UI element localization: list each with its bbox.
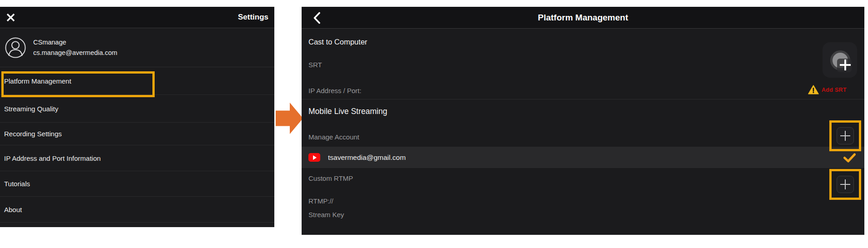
menu-item-label: Tutorials [4, 180, 30, 188]
mobile-live-streaming-header: Mobile Live Streaming [308, 107, 387, 116]
menu-item-label: IP Address and Port Information [4, 154, 101, 162]
cast-to-computer-header: Cast to Computer [308, 38, 367, 46]
section-divider [302, 99, 864, 99]
menu-item-label: About [4, 206, 22, 213]
add-custom-rtmp-button[interactable] [837, 176, 854, 193]
settings-header: Settings [0, 7, 274, 28]
add-srt-button[interactable]: Add SRT [808, 85, 847, 94]
platform-management-screen: Platform Management Cast to Computer SRT… [302, 7, 864, 235]
settings-screen: Settings CSmanage cs.manage@avermedia.co… [0, 7, 274, 227]
menu-item-streaming-quality[interactable]: Streaming Quality [0, 95, 274, 123]
arrow-right-icon [276, 103, 303, 134]
platform-management-header: Platform Management [302, 7, 864, 29]
srt-label: SRT [308, 61, 322, 69]
ip-address-port-label: IP Address / Port: [308, 87, 361, 94]
youtube-account-email: tsavermedia@gmail.com [328, 154, 406, 162]
camera-plus-icon [840, 60, 851, 70]
settings-title: Settings [238, 13, 268, 22]
youtube-account-row[interactable]: tsavermedia@gmail.com [302, 147, 864, 168]
account-row[interactable]: CSmanage cs.manage@avermedia.com [0, 28, 274, 67]
menu-item-about[interactable]: About [0, 197, 274, 223]
check-icon [843, 153, 856, 163]
menu-item-label: Platform Management [4, 77, 71, 85]
custom-rtmp-label: Custom RTMP [308, 174, 353, 182]
menu-item-label: Streaming Quality [4, 105, 58, 113]
highlight-box-add-rtmp [829, 169, 861, 200]
cast-camera-add-button[interactable] [823, 42, 857, 78]
close-icon[interactable] [6, 13, 15, 22]
menu-item-ip-address-port[interactable]: IP Address and Port Information [0, 145, 274, 171]
platform-management-title: Platform Management [302, 13, 864, 23]
stream-key-label: Stream Key [308, 211, 344, 218]
rtmp-prefix-label: RTMP:// [308, 197, 333, 205]
menu-item-recording-settings[interactable]: Recording Settings [0, 123, 274, 145]
settings-menu: Platform Management Streaming Quality Re… [0, 67, 274, 223]
youtube-icon [308, 153, 320, 162]
avatar-icon [5, 37, 26, 58]
menu-item-tutorials[interactable]: Tutorials [0, 171, 274, 197]
screenshot-canvas: Settings CSmanage cs.manage@avermedia.co… [0, 0, 868, 248]
account-name: CSmanage [33, 39, 117, 46]
warning-icon [808, 85, 819, 94]
menu-item-platform-management[interactable]: Platform Management [0, 67, 274, 95]
menu-item-label: Recording Settings [4, 130, 62, 138]
add-account-button[interactable] [837, 127, 854, 144]
account-email: cs.manage@avermedia.com [33, 49, 117, 56]
add-srt-label: Add SRT [822, 87, 847, 93]
manage-account-label: Manage Account [308, 133, 359, 141]
